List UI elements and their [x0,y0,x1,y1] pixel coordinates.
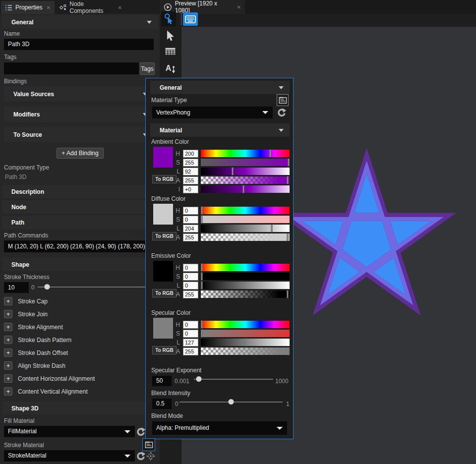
add-content-vertical-alignment-button[interactable]: + [4,387,12,396]
section-header-shape3d[interactable]: Shape 3D [2,402,158,415]
add-content-horizontal-alignment-button[interactable]: + [4,374,12,383]
slider-marker[interactable] [201,215,202,224]
diffuse-l-slider[interactable] [201,225,290,232]
close-icon[interactable]: ✕ [237,4,241,10]
specular-a-slider[interactable] [201,348,290,355]
tab-properties[interactable]: Properties ✕ [1,1,55,14]
add-stroke-dash-offset-button[interactable]: + [4,348,12,357]
emissive-s-slider[interactable] [201,273,290,280]
slider-marker[interactable] [287,290,289,298]
material-type-editor-button[interactable] [277,94,289,106]
close-icon[interactable]: ✕ [118,5,122,10]
ambient-a-input[interactable] [183,176,198,184]
panel-header-material[interactable]: Material [150,123,290,137]
fill-material-dropdown[interactable]: FillMaterial [4,426,135,437]
add-stroke-alignment-button[interactable]: + [4,323,12,331]
crosshair-icon[interactable] [146,452,155,461]
emissive-h-input[interactable] [183,264,198,272]
ambient-s-slider[interactable] [201,159,290,166]
specular-color-swatch[interactable] [153,318,173,339]
material-type-dropdown[interactable]: VertexPhong [152,107,273,118]
add-stroke-join-button[interactable]: + [4,310,12,318]
section-header-to-source[interactable]: To Source [4,127,154,142]
add-align-stroke-dash-button[interactable]: + [4,361,12,370]
grid-tool-button[interactable] [164,46,176,56]
add-stroke-dash-pattern-button[interactable]: + [4,336,12,344]
keyboard-button[interactable] [183,12,198,26]
reset-icon[interactable] [135,451,146,462]
blend-mode-dropdown[interactable]: Alpha: Premultiplied [152,421,287,435]
diffuse-color-swatch[interactable] [153,204,173,225]
reset-icon[interactable] [276,107,287,118]
slider-marker[interactable] [271,224,273,232]
tab-node-components[interactable]: Node Components ✕ [56,1,126,14]
stroke-thickness-input[interactable]: 10 [4,282,29,293]
specular-s-input[interactable] [183,330,198,338]
section-header-value-sources[interactable]: Value Sources [4,86,154,102]
section-header-shape[interactable]: Shape [2,258,158,271]
tags-button[interactable]: Tags [140,62,155,75]
slider-marker[interactable] [201,320,202,329]
slider-marker[interactable] [242,185,244,193]
ambient-l-slider[interactable] [201,168,290,175]
emissive-l-slider[interactable] [201,282,290,289]
slider-marker[interactable] [287,176,289,184]
ambient-s-input[interactable] [183,159,198,167]
tags-input[interactable] [4,62,139,74]
diffuse-a-slider[interactable] [201,233,290,241]
stroke-material-dropdown[interactable]: StrokeMaterial [4,450,135,462]
slider-marker[interactable] [201,272,202,281]
slider-knob[interactable] [45,284,50,290]
path-commands-input[interactable]: M (120, 20) L (62, 200) (216, 90) (24, 9… [4,240,158,252]
emissive-h-slider[interactable] [201,264,290,271]
specular-h-input[interactable] [183,321,198,329]
section-header-modifiers[interactable]: Modifiers [4,107,154,122]
select-tool-button[interactable] [164,29,176,43]
reset-icon[interactable] [135,426,146,437]
ambient-a-slider[interactable] [201,176,290,184]
add-stroke-cap-button[interactable]: + [4,297,12,305]
emissive-a-slider[interactable] [201,290,290,298]
diffuse-h-input[interactable] [183,207,198,215]
slider-knob[interactable] [229,399,234,405]
slider-marker[interactable] [287,347,289,355]
specular-a-input[interactable] [183,348,198,355]
specular-exponent-input[interactable]: 50 [152,376,172,386]
open-material-editor-button[interactable] [142,438,155,451]
ambient-h-input[interactable] [183,150,198,158]
emissive-l-input[interactable] [183,282,198,290]
slider-marker[interactable] [201,281,202,290]
ambient-color-swatch[interactable] [153,147,173,168]
diffuse-l-input[interactable] [183,225,198,232]
ambient-h-slider[interactable] [201,150,290,157]
slider-marker[interactable] [201,206,202,215]
name-input[interactable]: Path 3D [4,39,154,50]
text-tool-button[interactable]: A [164,62,177,74]
specular-exponent-slider[interactable] [194,376,273,382]
specular-h-slider[interactable] [201,321,290,328]
section-header-description[interactable]: Description [2,185,158,198]
blend-intensity-input[interactable]: 0.5 [152,399,172,409]
panel-header-general[interactable]: General [150,81,290,94]
slider-marker[interactable] [244,338,246,347]
ambient-i-input[interactable] [183,185,198,193]
section-header-path[interactable]: Path [2,216,158,229]
diffuse-h-slider[interactable] [201,207,290,214]
emissive-a-input[interactable] [183,290,198,298]
emissive-color-swatch[interactable] [153,261,173,282]
slider-knob[interactable] [196,376,201,382]
diffuse-a-input[interactable] [183,233,198,241]
diffuse-s-input[interactable] [183,216,198,224]
add-binding-button[interactable]: + Add Binding [57,148,104,159]
close-icon[interactable]: ✕ [47,5,51,10]
slider-marker[interactable] [269,149,271,158]
section-header-general[interactable]: General [2,15,158,29]
blend-intensity-slider[interactable] [179,399,283,405]
stroke-thickness-slider[interactable] [38,284,158,290]
slider-marker[interactable] [287,233,289,241]
slider-marker[interactable] [201,329,202,338]
slider-marker[interactable] [201,263,202,272]
emissive-s-input[interactable] [183,273,198,281]
slider-marker[interactable] [288,158,290,167]
interact-tool-button[interactable] [161,11,176,26]
